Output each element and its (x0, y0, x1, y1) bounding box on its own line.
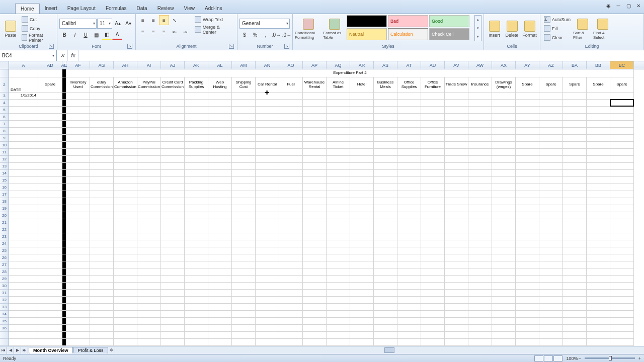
cell[interactable]: Spare (587, 77, 610, 93)
cell[interactable] (185, 226, 208, 233)
formula-input[interactable] (79, 50, 644, 61)
cell[interactable] (185, 198, 208, 205)
cell[interactable] (185, 107, 208, 114)
conditional-formatting-button[interactable]: Conditional Formatting (295, 15, 322, 43)
cell[interactable] (468, 233, 492, 240)
cell[interactable] (279, 283, 303, 290)
cell[interactable] (185, 283, 208, 290)
row-header[interactable]: 26 (0, 254, 9, 261)
ribbon-tab-data[interactable]: Data (132, 3, 152, 14)
increase-decimal-button[interactable]: .0→ (271, 30, 281, 40)
cell[interactable] (610, 198, 634, 205)
cell[interactable] (374, 339, 397, 346)
cell[interactable] (232, 325, 256, 332)
cell[interactable]: Insurance (468, 77, 492, 93)
cell[interactable] (90, 156, 114, 163)
row-header[interactable]: 2 (0, 77, 9, 93)
cell[interactable] (9, 128, 38, 135)
cell[interactable] (9, 114, 38, 121)
cell[interactable] (445, 240, 468, 247)
cell[interactable] (492, 226, 516, 233)
cell[interactable] (421, 177, 445, 184)
cell[interactable] (374, 191, 397, 198)
column-header[interactable]: AL (208, 61, 232, 69)
cell[interactable] (516, 156, 539, 163)
cell[interactable] (208, 212, 232, 219)
cell[interactable] (137, 121, 161, 128)
row-header[interactable]: 5 (0, 107, 9, 114)
cell[interactable] (350, 163, 374, 170)
cell[interactable] (468, 184, 492, 191)
cell[interactable] (610, 156, 634, 163)
cell[interactable] (256, 276, 279, 283)
cell[interactable] (516, 339, 539, 346)
cell[interactable] (66, 318, 90, 325)
cell[interactable] (114, 332, 137, 339)
cell[interactable] (232, 240, 256, 247)
cell[interactable] (9, 339, 38, 346)
cell[interactable] (327, 240, 350, 247)
style-check-cell[interactable]: Check Cell (429, 28, 469, 40)
cell[interactable] (38, 212, 62, 219)
cell[interactable] (397, 107, 421, 114)
cell[interactable] (327, 261, 350, 268)
cell[interactable] (9, 191, 38, 198)
cell[interactable] (279, 290, 303, 297)
cell[interactable] (516, 261, 539, 268)
cell[interactable] (66, 233, 90, 240)
decrease-indent-button[interactable]: ⇤ (170, 27, 180, 37)
cell[interactable] (563, 177, 587, 184)
cell[interactable] (539, 135, 563, 142)
cell[interactable] (421, 191, 445, 198)
cell[interactable] (327, 198, 350, 205)
cell[interactable]: Business Meals (374, 77, 397, 93)
cell[interactable] (374, 247, 397, 254)
cell[interactable] (610, 226, 634, 233)
cell[interactable] (350, 339, 374, 346)
format-cells-button[interactable]: Format (521, 15, 538, 43)
cell[interactable] (445, 170, 468, 177)
cell[interactable] (161, 163, 185, 170)
cell[interactable] (232, 276, 256, 283)
cell[interactable] (66, 177, 90, 184)
cell[interactable] (66, 114, 90, 121)
cell[interactable] (539, 170, 563, 177)
cell[interactable] (90, 142, 114, 149)
cell[interactable] (327, 297, 350, 304)
cell[interactable] (256, 318, 279, 325)
cell[interactable] (563, 184, 587, 191)
underline-button[interactable]: U (80, 30, 91, 40)
cell[interactable] (9, 121, 38, 128)
column-header[interactable]: AH (114, 61, 137, 69)
cell[interactable] (563, 276, 587, 283)
cell[interactable] (303, 339, 327, 346)
ribbon-tab-formulas[interactable]: Formulas (101, 3, 132, 14)
cell[interactable] (303, 93, 327, 100)
cell[interactable] (516, 191, 539, 198)
font-name-combo[interactable]: Calibri (59, 19, 97, 29)
cell[interactable] (374, 233, 397, 240)
cell[interactable] (279, 121, 303, 128)
row-header[interactable]: 9 (0, 135, 9, 142)
cell[interactable] (539, 311, 563, 318)
cell[interactable] (38, 93, 62, 100)
cell[interactable] (421, 339, 445, 346)
cell[interactable] (256, 149, 279, 156)
cell[interactable] (445, 311, 468, 318)
cell[interactable] (279, 170, 303, 177)
cell[interactable] (256, 156, 279, 163)
cell[interactable] (62, 339, 66, 346)
cell[interactable] (9, 268, 38, 276)
cell[interactable] (327, 163, 350, 170)
cell[interactable] (9, 163, 38, 170)
cell[interactable] (62, 128, 66, 135)
cell[interactable] (137, 219, 161, 226)
cell[interactable] (208, 205, 232, 212)
cell[interactable] (185, 177, 208, 184)
cell[interactable] (327, 121, 350, 128)
cell[interactable] (90, 107, 114, 114)
cell[interactable] (587, 142, 610, 149)
cell[interactable] (587, 339, 610, 346)
cell[interactable] (208, 128, 232, 135)
ribbon-tab-insert[interactable]: Insert (40, 3, 62, 14)
